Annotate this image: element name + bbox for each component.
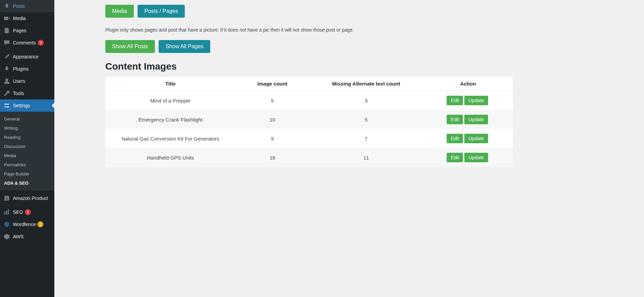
sidebar-item-users[interactable]: Users	[0, 75, 54, 87]
cell-title: Emergency Crank Flashlight	[105, 110, 236, 129]
svg-rect-0	[4, 17, 8, 20]
helper-text: Plugin only shows pages and post that ha…	[105, 27, 513, 33]
sidebar-item-label: Settings	[13, 103, 30, 109]
cell-action: EditUpdate	[423, 91, 513, 110]
sidebar-item-media[interactable]: Media	[0, 12, 54, 24]
cell-image-count: 16	[236, 148, 309, 167]
amazon-icon: a	[3, 195, 10, 202]
cell-missing-alt: 7	[309, 129, 423, 148]
box-icon	[3, 233, 10, 240]
section-heading: Content Images	[105, 61, 513, 72]
sidebar-item-label: Appearance	[13, 54, 39, 60]
cell-missing-alt: 5	[309, 110, 423, 129]
sidebar-item-label: Comments	[13, 40, 36, 46]
svg-point-2	[5, 104, 6, 105]
table-row: Mind of a Prepper53EditUpdate	[105, 91, 513, 110]
update-button[interactable]: Update	[464, 153, 488, 162]
svg-point-3	[7, 106, 8, 108]
submenu-item-media[interactable]: Media	[0, 151, 54, 160]
cell-action: EditUpdate	[423, 129, 513, 148]
edit-button[interactable]: Edit	[447, 115, 463, 124]
show-all-pages-button[interactable]: Show All Pages	[159, 40, 210, 53]
submenu-item-adaseo[interactable]: ADA & SEO	[0, 179, 54, 188]
wrench-icon	[3, 90, 10, 97]
media-icon	[3, 15, 10, 22]
content-tabs: Media Posts / Pages	[105, 5, 513, 18]
table-row: Handheld GPS Units1611EditUpdate	[105, 148, 513, 167]
sidebar-item-label: Plugins	[13, 66, 29, 72]
cell-image-count: 9	[236, 129, 309, 148]
col-missing-alt: Missing Alternate text count	[309, 77, 423, 91]
sidebar-item-seo[interactable]: SEO2	[0, 206, 54, 218]
admin-sidebar: PostsMediaPagesComments9AppearancePlugin…	[0, 0, 54, 297]
pin-icon	[3, 3, 10, 10]
content-images-table: Title Image count Missing Alternate text…	[105, 77, 513, 167]
update-button[interactable]: Update	[464, 96, 488, 105]
edit-button[interactable]: Edit	[447, 134, 463, 143]
tab-posts-pages[interactable]: Posts / Pages	[138, 5, 185, 18]
col-title: Title	[105, 77, 236, 91]
svg-point-1	[5, 78, 8, 81]
svg-rect-8	[8, 209, 9, 215]
svg-rect-6	[4, 211, 5, 215]
sliders-icon	[3, 102, 10, 109]
sidebar-item-label: AWS	[13, 234, 23, 240]
show-all-posts-button[interactable]: Show All Posts	[105, 40, 155, 53]
sidebar-item-posts[interactable]: Posts	[0, 0, 54, 12]
submenu-item-reading[interactable]: Reading	[0, 133, 54, 142]
col-image-count: Image count	[236, 77, 309, 91]
notification-badge: 9	[38, 40, 44, 46]
plug-icon	[3, 66, 10, 72]
sidebar-item-pages[interactable]: Pages	[0, 24, 54, 37]
sidebar-item-tools[interactable]: Tools	[0, 87, 54, 99]
cell-action: EditUpdate	[423, 148, 513, 167]
sidebar-item-wordfence[interactable]: Wordfence2	[0, 218, 54, 230]
svg-rect-7	[6, 210, 7, 215]
submenu-item-pagebuilder[interactable]: Page Builder	[0, 169, 54, 179]
svg-text:a: a	[6, 197, 8, 200]
sidebar-item-appearance[interactable]: Appearance	[0, 51, 54, 63]
show-buttons-row: Show All Posts Show All Pages	[105, 40, 513, 53]
submenu-item-discussion[interactable]: Discussion	[0, 142, 54, 151]
submenu-item-writing[interactable]: Writing	[0, 124, 54, 133]
edit-button[interactable]: Edit	[447, 96, 463, 105]
sidebar-item-label: Users	[13, 78, 25, 84]
sidebar-item-plugins[interactable]: Plugins	[0, 63, 54, 75]
cell-missing-alt: 11	[309, 148, 423, 167]
sidebar-item-label: Pages	[13, 27, 26, 34]
sidebar-item-aws[interactable]: AWS	[0, 230, 54, 243]
update-button[interactable]: Update	[464, 115, 488, 124]
seo-icon	[3, 209, 10, 216]
sidebar-item-label: Tools	[13, 90, 24, 96]
sidebar-item-label: Media	[13, 15, 26, 21]
table-row: Emergency Crank Flashlight105EditUpdate	[105, 110, 513, 129]
main-content: Media Posts / Pages Plugin only shows pa…	[54, 0, 644, 297]
sidebar-item-comments[interactable]: Comments9	[0, 37, 54, 49]
sidebar-item-label: Posts	[13, 3, 25, 9]
sidebar-item-label: Amazon Product	[13, 195, 48, 201]
user-icon	[3, 78, 10, 85]
notification-badge: 2	[25, 209, 31, 215]
sidebar-item-label: SEO	[13, 209, 23, 215]
sidebar-item-settings[interactable]: Settings	[0, 99, 54, 112]
brush-icon	[3, 53, 10, 60]
col-action: Action	[423, 77, 513, 91]
cell-title: Natural Gas Conversion Kit For Generator…	[105, 129, 236, 148]
submenu-item-permalinks[interactable]: Permalinks	[0, 160, 54, 169]
sidebar-item-amazon[interactable]: aAmazon Product	[0, 192, 54, 204]
cell-title: Handheld GPS Units	[105, 148, 236, 167]
comment-icon	[3, 39, 10, 46]
submenu-item-general[interactable]: General	[0, 114, 54, 124]
page-icon	[3, 27, 10, 34]
table-row: Natural Gas Conversion Kit For Generator…	[105, 129, 513, 148]
update-button[interactable]: Update	[464, 134, 488, 143]
cell-missing-alt: 3	[309, 91, 423, 110]
notification-badge: 2	[37, 221, 43, 227]
tab-media[interactable]: Media	[105, 5, 134, 18]
shield-icon	[3, 221, 10, 228]
edit-button[interactable]: Edit	[447, 153, 463, 162]
cell-image-count: 5	[236, 91, 309, 110]
cell-image-count: 10	[236, 110, 309, 129]
cell-title: Mind of a Prepper	[105, 91, 236, 110]
sidebar-submenu: GeneralWritingReadingDiscussionMediaPerm…	[0, 112, 54, 190]
